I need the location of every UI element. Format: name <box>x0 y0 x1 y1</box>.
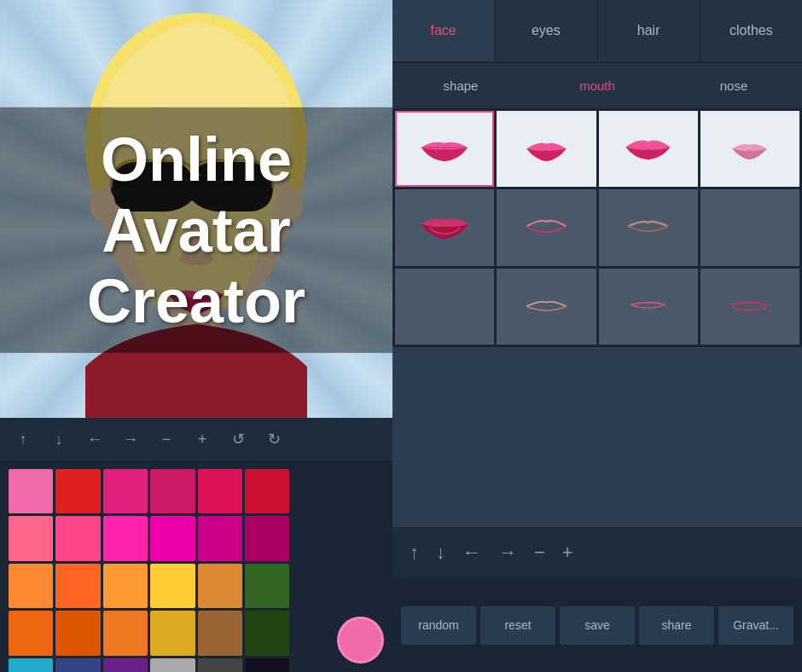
mouth-option-3[interactable] <box>599 111 698 187</box>
color-swatch[interactable] <box>9 611 53 655</box>
left-toolbar: ↑ ↓ ← → − + ↺ ↻ <box>0 418 392 461</box>
color-swatch[interactable] <box>245 469 289 513</box>
mouth-option-11[interactable] <box>599 269 698 345</box>
tab-clothes[interactable]: clothes <box>700 0 802 61</box>
color-swatch[interactable] <box>245 611 289 655</box>
mouth-option-8[interactable] <box>700 189 799 265</box>
color-swatch[interactable] <box>55 658 100 673</box>
action-buttons: random reset save share Gravat... <box>392 578 802 672</box>
color-swatch[interactable] <box>245 516 289 560</box>
reset-button[interactable]: reset <box>480 606 555 645</box>
app-title: Online Avatar Creator <box>0 125 392 336</box>
subtab-shape[interactable]: shape <box>392 63 529 108</box>
mouth-option-1[interactable] <box>395 111 494 187</box>
mouth-option-5[interactable] <box>395 189 494 265</box>
color-swatch[interactable] <box>103 611 148 655</box>
color-swatch[interactable] <box>150 564 195 608</box>
mouth-option-2[interactable] <box>497 111 596 187</box>
move-right-button[interactable]: → <box>116 425 145 454</box>
color-swatch[interactable] <box>198 516 242 560</box>
share-button[interactable]: share <box>639 606 714 645</box>
redo-button[interactable]: ↻ <box>259 425 288 454</box>
mouth-option-7[interactable] <box>599 189 698 265</box>
mouth-option-4[interactable] <box>700 111 799 187</box>
save-button[interactable]: save <box>560 606 635 645</box>
color-swatch[interactable] <box>198 564 242 608</box>
color-swatch[interactable] <box>9 658 53 673</box>
right-panel: face eyes hair clothes shape mouth nose <box>392 0 802 672</box>
color-swatch[interactable] <box>55 611 100 655</box>
color-swatch[interactable] <box>150 469 195 513</box>
color-swatch[interactable] <box>9 469 53 513</box>
zoom-out-button[interactable]: − <box>152 425 181 454</box>
move-down-button-right[interactable]: ↓ <box>436 542 445 564</box>
mouth-option-10[interactable] <box>497 269 596 345</box>
mouth-option-12[interactable] <box>700 269 799 345</box>
move-up-button[interactable]: ↑ <box>9 425 38 454</box>
color-swatch[interactable] <box>55 469 100 513</box>
move-up-button-right[interactable]: ↑ <box>410 542 419 564</box>
color-swatch[interactable] <box>103 516 148 560</box>
tab-hair[interactable]: hair <box>598 0 700 61</box>
mouth-options-grid <box>392 108 802 347</box>
tab-eyes[interactable]: eyes <box>495 0 597 61</box>
subtab-mouth[interactable]: mouth <box>529 63 665 108</box>
avatar-preview: Online Avatar Creator <box>0 0 392 461</box>
color-swatch[interactable] <box>198 658 242 673</box>
sub-tabs: shape mouth nose <box>392 61 802 108</box>
avatar-panel: Online Avatar Creator ↑ ↓ ← → − + ↺ ↻ <box>0 0 392 672</box>
move-right-button-right[interactable]: → <box>498 542 517 564</box>
move-left-button-right[interactable]: ← <box>462 542 481 564</box>
zoom-in-button[interactable]: + <box>188 425 217 454</box>
color-palette <box>0 461 392 672</box>
color-swatch[interactable] <box>9 516 53 560</box>
selected-color[interactable] <box>337 617 384 663</box>
color-swatch[interactable] <box>198 469 242 513</box>
zoom-out-button-right[interactable]: − <box>534 542 545 564</box>
move-left-button[interactable]: ← <box>80 425 109 454</box>
color-swatch[interactable] <box>198 611 242 655</box>
color-swatch[interactable] <box>150 658 195 673</box>
color-swatch[interactable] <box>150 516 195 560</box>
tab-face[interactable]: face <box>392 0 495 61</box>
category-tabs: face eyes hair clothes <box>392 0 802 61</box>
color-swatch[interactable] <box>103 658 148 673</box>
subtab-nose[interactable]: nose <box>665 63 802 108</box>
gravatar-button[interactable]: Gravat... <box>718 606 793 645</box>
overlay-text: Online Avatar Creator <box>0 107 392 353</box>
undo-button[interactable]: ↺ <box>224 425 253 454</box>
color-swatch[interactable] <box>9 564 53 608</box>
color-swatch[interactable] <box>55 564 100 608</box>
color-swatch[interactable] <box>103 564 148 608</box>
color-swatch[interactable] <box>245 564 289 608</box>
color-swatch[interactable] <box>103 469 148 513</box>
color-swatch[interactable] <box>150 611 195 655</box>
zoom-in-button-right[interactable]: + <box>562 542 573 564</box>
right-toolbar: ↑ ↓ ← → − + <box>392 527 802 578</box>
color-swatch[interactable] <box>245 658 289 673</box>
move-down-button[interactable]: ↓ <box>44 425 73 454</box>
mouth-option-6[interactable] <box>497 189 596 265</box>
random-button[interactable]: random <box>401 606 476 645</box>
mouth-option-9[interactable] <box>395 269 494 345</box>
color-swatch[interactable] <box>55 516 100 560</box>
